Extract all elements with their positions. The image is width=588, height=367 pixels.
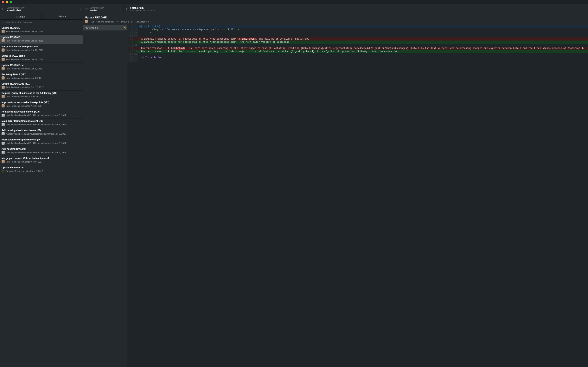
branch-dropdown[interactable]: Current Branch master ▾ (83, 4, 124, 14)
diff-view[interactable]: @@ -4,9 +4,9 @@44 <img src="/screenshots… (127, 25, 588, 367)
commit-item[interactable]: Update READMEPaul Redmond committed Jan … (0, 35, 83, 44)
commit-item-title: Merge branch 'bootstrap-4-stable' (1, 45, 81, 48)
commit-item-title: Update README.md (1, 64, 81, 67)
commit-item[interactable]: Remove font awesome icons (#10)mattdfloy… (0, 109, 83, 118)
diff-code (138, 53, 588, 56)
commit-item[interactable]: Add missing checkbox classes (#7)mattdfl… (0, 128, 83, 137)
avatar (1, 123, 5, 126)
titlebar (0, 0, 588, 4)
gutter-old: 4 (127, 28, 133, 31)
commit-item[interactable]: Improve form responsive breakpoints (#11… (0, 100, 83, 109)
commit-item-meta: Paul Redmond committed Dec 27, 2017 (1, 86, 81, 89)
avatar (1, 58, 5, 61)
commit-header-meta: Paul Redmond committed a6fd262 1 changed… (85, 20, 586, 23)
commit-item-meta-text: mattdfloyd authored and Paul Redmond com… (6, 151, 66, 154)
gutter-new (133, 47, 138, 50)
branch-text: Current Branch master (90, 7, 119, 12)
diff-row: 55 </a> (127, 31, 588, 34)
repo-dropdown[interactable]: Current Repository laravel-twbs4 ▾ (0, 4, 83, 14)
gutter-old: 9 (127, 47, 133, 50)
gutter-old: 6 (127, 34, 133, 37)
commit-details: Update README Paul Redmond committed a6f… (83, 14, 588, 367)
commit-item-meta-text: mattdfloyd authored and Paul Redmond com… (6, 133, 66, 135)
window-minimize-button[interactable] (6, 1, 8, 3)
commit-item-meta-text: Paul Redmond committed Jan 1, 2018 (6, 77, 42, 79)
svg-point-5 (3, 22, 3, 22)
git-branch-icon (1, 21, 4, 24)
gutter-old: 8 (127, 44, 133, 47)
file-diff-icon (131, 20, 133, 23)
fetch-text: Fetch origin Last fetched Jan 18, 2018 (130, 7, 155, 12)
diff-code: -Current version: `^4.0.0-beta.3`. To le… (138, 47, 588, 50)
diff-code: -A Laravel frontend preset for [Bootstra… (138, 37, 588, 41)
file-list: README.md (83, 25, 127, 367)
diff-row: 7-A Laravel frontend preset for [Bootstr… (127, 37, 588, 41)
commit-item[interactable]: Merge branch 'bootstrap-4-stable'Paul Re… (0, 44, 83, 53)
diff-row: 88 (127, 44, 588, 47)
commit-author: Paul Redmond committed (90, 21, 115, 23)
commit-item[interactable]: Update README.mdBrendan Bullen committed… (0, 165, 83, 174)
window-maximize-button[interactable] (9, 1, 12, 3)
commit-item-title: Update README.md (1, 166, 81, 169)
avatar (1, 49, 5, 52)
file-item[interactable]: README.md (83, 25, 127, 30)
tab-changes[interactable]: Changes (0, 14, 41, 19)
diff-row: 1111 ## Installation (127, 56, 588, 59)
files-row: README.md @@ -4,9 +4,9 @@44 <img src="/s… (83, 25, 588, 367)
commit-item-meta-text: Brendan Bullen committed Nov 8, 2017 (6, 170, 43, 172)
commit-header: Update README Paul Redmond committed a6f… (83, 14, 588, 25)
commit-item-meta: mattdfloyd authored and Paul Redmond com… (1, 151, 81, 154)
tab-history[interactable]: History (41, 14, 83, 19)
commit-item[interactable]: Bump to v4.0.0 stablePaul Redmond commit… (0, 53, 83, 63)
diff-code: </a> (138, 31, 588, 34)
git-branch-icon (85, 8, 88, 11)
commit-item-title: Add missing rows (#8) (1, 148, 81, 150)
diff-hunk-header: @@ -4,9 +4,9 @@ (127, 25, 588, 28)
gutter-new: 9 (133, 50, 138, 53)
branch-compare-input[interactable] (5, 21, 81, 24)
commit-item[interactable]: Update README.mdPaul Redmond committed J… (0, 63, 83, 72)
gutter-old: 11 (127, 56, 133, 59)
commit-item[interactable]: Update README.md (#21)Paul Redmond commi… (0, 81, 83, 91)
commit-item[interactable]: Merge pull request #5 from bullenb/patch… (0, 156, 83, 165)
commit-item[interactable]: Bootstrap Beta 3 (#23)Paul Redmond commi… (0, 72, 83, 81)
commit-list[interactable]: Update READMEPaul Redmond committed Jan … (0, 25, 83, 367)
commit-item-meta-text: mattdfloyd authored and Paul Redmond com… (6, 123, 66, 126)
commit-item-meta: Paul Redmond committed Jan 18, 2018 (1, 58, 81, 61)
avatar (1, 86, 5, 89)
commit-icon (116, 20, 119, 23)
fetch-button[interactable]: Fetch origin Last fetched Jan 18, 2018 (124, 4, 161, 14)
sync-icon (126, 8, 129, 11)
commit-item-meta-text: Paul Redmond committed Nov 8, 2017 (6, 105, 42, 107)
branch-compare[interactable] (0, 20, 83, 25)
commit-item[interactable]: Update READMEPaul Redmond committed Jan … (0, 25, 83, 35)
changed-files: 1 changed file (135, 21, 149, 23)
fetch-label: Fetch origin (130, 7, 155, 9)
commit-item-title: Make error formatting consistent (#9) (1, 120, 81, 122)
avatar (1, 39, 5, 42)
commit-item[interactable]: Add missing rows (#8)mattdfloyd authored… (0, 146, 83, 156)
commit-item[interactable]: Make error formatting consistent (#9)mat… (0, 118, 83, 128)
branch-value: master (90, 9, 119, 12)
gutter-new: 5 (133, 31, 138, 34)
avatar (1, 104, 5, 108)
diff-row: 1212 (127, 59, 588, 62)
avatar (1, 30, 5, 33)
commit-item-meta-text: Paul Redmond committed Dec 27, 2017 (6, 86, 44, 88)
commit-item-meta: Paul Redmond committed Jan 1, 2018 (1, 76, 81, 80)
modified-icon (123, 26, 125, 29)
commit-item-meta: Paul Redmond committed Jan 18, 2018 (1, 49, 81, 52)
commit-item-title: Require jQuery slim instead of the full … (1, 92, 81, 94)
commit-item-meta-text: Paul Redmond committed Jan 18, 2018 (6, 40, 43, 42)
diff-code: ## Installation (138, 56, 588, 59)
commit-item[interactable]: Require jQuery slim instead of the full … (0, 91, 83, 100)
window-close-button[interactable] (2, 1, 4, 3)
commit-item-meta-text: Paul Redmond committed Nov 10, 2017 (6, 95, 44, 98)
commit-item[interactable]: Right align the dropdown menu (#6)mattdf… (0, 137, 83, 146)
commit-item-meta: mattdfloyd authored and Paul Redmond com… (1, 114, 81, 117)
diff-code (138, 44, 588, 47)
chevron-down-icon: ▾ (80, 8, 81, 10)
avatar (1, 114, 5, 117)
commit-item-meta: Paul Redmond committed Nov 8, 2017 (1, 160, 81, 163)
commit-item-title: Right align the dropdown menu (#6) (1, 138, 81, 141)
